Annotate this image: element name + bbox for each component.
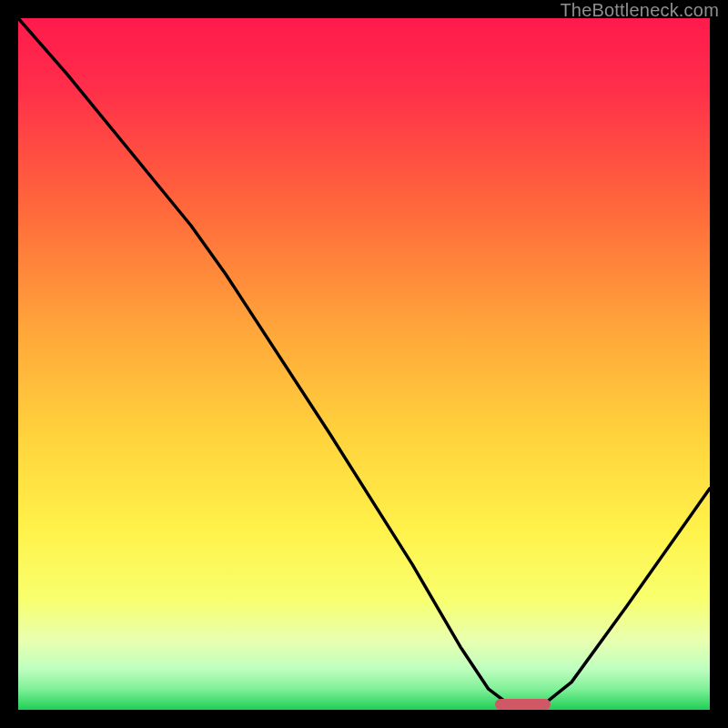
optimal-marker	[495, 699, 551, 710]
bottleneck-curve	[18, 18, 710, 710]
plot-area	[18, 18, 710, 710]
curve-layer	[18, 18, 710, 710]
chart-frame: TheBottleneck.com	[0, 0, 728, 728]
